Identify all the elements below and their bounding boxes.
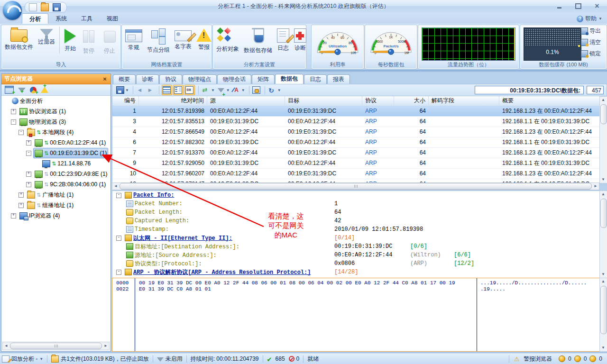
expand-toggle-icon[interactable]: - [18, 130, 24, 135]
buffer-action-export[interactable]: 导出 [581, 27, 605, 35]
tree-node[interactable]: +⇅00:1C:23:9D:A9:8E (1) [1, 169, 110, 179]
ribbon-button-stop[interactable]: 停止 [99, 27, 120, 56]
refresh-button[interactable] [267, 85, 277, 95]
toggle-list-pane-button[interactable] [162, 85, 172, 95]
expand-toggle-icon[interactable]: - [116, 236, 121, 241]
table-row[interactable]: 412:01:57.86654900:E0:A0:12:2F:4400:19:E… [112, 127, 600, 137]
packet-order-button[interactable] [201, 85, 211, 95]
tree-node[interactable]: +⇅00:E0:A0:12:2F:44 (1) [1, 137, 110, 148]
table-row[interactable]: 612:01:57.88230200:19:E0:31:39:DC00:E0:A… [112, 137, 600, 148]
tree-node[interactable]: -物理浏览器 (3) [1, 117, 110, 127]
scroll-down-icon[interactable] [600, 345, 607, 351]
chevron-down-icon[interactable]: ▼ [277, 88, 281, 92]
ribbon-group[interactable]: 分析对象数据包存储日志诊断分析方案设置 [212, 25, 306, 69]
hex-vscrollbar[interactable] [599, 278, 607, 352]
detail-row[interactable]: Packet Length:64 [112, 208, 600, 217]
close-panel-icon[interactable] [101, 74, 109, 84]
detail-row[interactable]: -Packet Info: [112, 191, 600, 200]
expand-toggle-icon[interactable]: + [26, 140, 31, 146]
ribbon-group[interactable]: 数据包文件过滤器开始暂停停止导入 [1, 25, 121, 69]
chevron-down-icon[interactable]: ▼ [226, 88, 230, 92]
packet-table-vscrollbar[interactable] [599, 96, 607, 183]
tab-协议[interactable]: 协议 [159, 74, 182, 84]
ribbon-button-node-group[interactable]: 节点分组 [145, 27, 172, 55]
hex-row[interactable]: 0022E0 31 39 DC C0 A8 01 01.19..... [112, 286, 599, 292]
tab-矩阵[interactable]: 矩阵 [252, 74, 275, 84]
scrollbar-thumb[interactable] [600, 286, 607, 334]
table-row[interactable]: 312:01:57.83551300:19:E0:31:39:DC00:E0:A… [112, 117, 600, 127]
tab-概要[interactable]: 概要 [113, 74, 136, 84]
tree-node[interactable]: +协议浏览器 (1) [1, 106, 110, 117]
hex-row[interactable]: 000000 19 E0 31 39 DC 00 E0 A0 12 2F 44 … [112, 280, 599, 286]
scroll-left-icon[interactable] [112, 183, 119, 190]
add-alarm-icon[interactable] [41, 87, 48, 93]
detail-row[interactable]: Captured Length:42 [112, 217, 600, 225]
ribbon-button-filter[interactable]: 过滤器 [36, 27, 57, 47]
minimize-button[interactable] [553, 2, 565, 10]
expand-toggle-icon[interactable]: - [116, 193, 121, 198]
detail-row[interactable]: -以太网 - II[Ethernet Type II]:[0/14] [112, 234, 600, 242]
tab-日志[interactable]: 日志 [304, 74, 327, 84]
tree-node[interactable]: +IP浏览器 (4) [1, 210, 110, 221]
add-view-icon[interactable] [5, 86, 14, 94]
expand-toggle-icon[interactable]: + [11, 109, 16, 114]
table-row[interactable]: 912:01:57.92905000:19:E0:31:39:DC00:E0:A… [112, 158, 600, 169]
scroll-up-icon[interactable] [600, 191, 607, 198]
lock-view-button[interactable] [252, 85, 261, 95]
column-header-2[interactable]: 绝对时间 [139, 96, 207, 106]
ribbon-group[interactable]: 常规节点分组名字表警报网络档案设置 [121, 25, 212, 69]
ribbon-button-packet-file[interactable]: 数据包文件 [2, 27, 36, 52]
toggle-hex-pane-button[interactable] [184, 85, 195, 95]
next-packet-button[interactable] [146, 85, 156, 95]
close-button[interactable] [591, 2, 603, 10]
ribbon-button-name-table[interactable]: 名字表 [172, 27, 194, 52]
table-row[interactable]: 112:01:57.81939800:E0:A0:12:2F:4400:19:E… [112, 106, 600, 117]
buffer-action-clear[interactable]: 清空 [581, 38, 605, 46]
expand-toggle-icon[interactable]: + [18, 203, 24, 208]
packet-filter-button[interactable] [216, 85, 226, 95]
detail-row[interactable]: 目标地址:[Destination Address:]:00:19:E0:31:… [112, 242, 600, 251]
restore-button[interactable] [572, 2, 584, 10]
scrollbar-thumb[interactable] [10, 343, 102, 349]
column-header-4[interactable]: 目标 [285, 96, 362, 106]
detail-row[interactable]: -ARP - 协议解析协议[ARP - Address Resolution P… [112, 268, 600, 276]
detail-row[interactable]: 源地址:[Source Address:]:00:E0:A0:12:2F:44(… [112, 251, 600, 259]
tab-物理端点[interactable]: 物理端点 [183, 74, 217, 84]
chevron-down-icon[interactable]: ▼ [125, 88, 129, 92]
scroll-up-icon[interactable] [600, 278, 607, 285]
ribbon-button-start[interactable]: 开始 [59, 27, 78, 54]
tab-数据包[interactable]: 数据包 [275, 74, 304, 84]
status-item-2[interactable]: 共1文件(103.019 KB)，已停止回放 [49, 355, 150, 363]
tree-node[interactable]: -⇅00:19:E0:31:39:DC (1) [1, 148, 110, 158]
chevron-down-icon[interactable]: ▼ [211, 88, 215, 92]
tab-物理会话[interactable]: 物理会话 [217, 74, 251, 84]
scroll-down-icon[interactable] [600, 176, 607, 183]
tree-node[interactable]: +⇅9C:2B:08:04:06:00 (1) [1, 179, 110, 190]
toggle-detail-pane-button[interactable] [173, 85, 184, 95]
help-button[interactable]: ? 帮助 ▼ [577, 15, 602, 23]
detail-row[interactable]: Timestamp:2010/01/09 12:01:57.819398 [112, 225, 600, 234]
status-item-1[interactable]: 回放分析 -▼ [0, 355, 45, 363]
scroll-up-icon[interactable] [600, 97, 607, 103]
tree-node[interactable]: +⇅组播地址 (1) [1, 200, 110, 210]
tree-node[interactable]: ⇅121.14.88.76 [1, 158, 110, 169]
table-row[interactable]: 712:01:57.91337000:E0:A0:12:2F:4400:19:E… [112, 148, 600, 158]
column-header-1[interactable]: 编号 [112, 96, 139, 106]
column-header-5[interactable]: 协议 [362, 96, 394, 106]
column-header-3[interactable]: 源 [207, 96, 285, 106]
previous-packet-button[interactable] [136, 85, 145, 95]
expand-toggle-icon[interactable]: + [26, 172, 31, 177]
buffer-action-lock[interactable]: 锁定 [581, 50, 605, 58]
ribbon-button-diagnosis[interactable]: 诊断 [292, 27, 309, 53]
ribbon-button-packet-storage[interactable]: 数据包存储 [241, 27, 275, 55]
decode-setting-button[interactable] [231, 85, 241, 95]
ribbon-button-analysis-object[interactable]: 分析对象 [214, 27, 241, 54]
column-header-8[interactable]: 概要 [499, 96, 600, 106]
table-row[interactable]: 1012:01:57.96020700:E0:A0:12:2F:4400:19:… [112, 169, 600, 179]
tab-诊断[interactable]: 诊断 [136, 74, 159, 84]
scroll-right-icon[interactable] [592, 183, 599, 190]
expand-toggle-icon[interactable]: - [26, 151, 31, 156]
ribbon-button-pause[interactable]: 暂停 [78, 27, 99, 56]
column-header-6[interactable]: 大小 [394, 96, 429, 106]
packet-table-hscrollbar[interactable] [112, 182, 599, 190]
